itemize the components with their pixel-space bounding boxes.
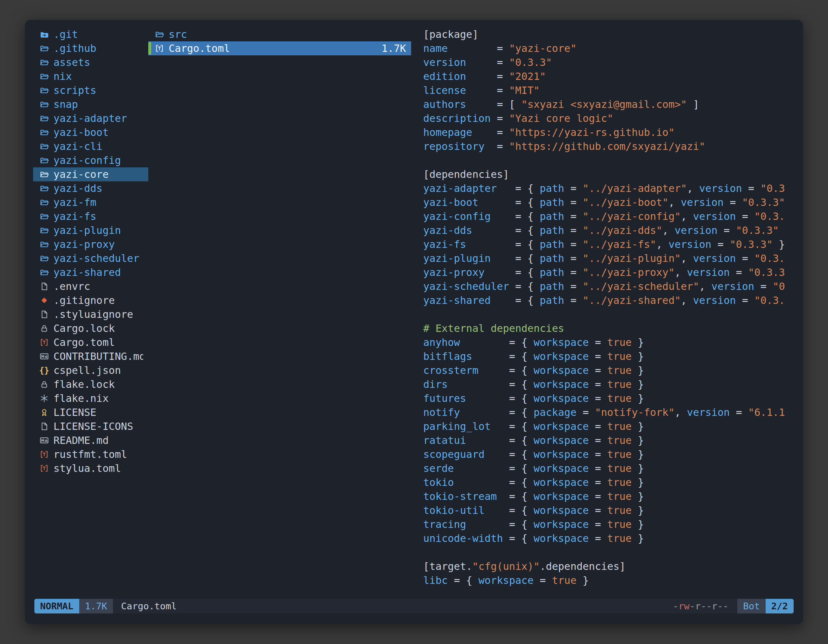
parent-dir-entry[interactable]: .git <box>33 27 148 41</box>
parent-dir-entry[interactable]: yazi-proxy <box>33 237 148 251</box>
parent-dir-entry[interactable]: .envrc <box>33 279 148 293</box>
preview-token: path <box>540 210 564 223</box>
parent-dir-entry[interactable]: rustfmt.toml <box>33 447 148 461</box>
preview-token: workspace <box>534 476 589 489</box>
preview-line <box>423 545 795 559</box>
folder-open-icon <box>39 86 50 95</box>
entry-name: nix <box>53 71 72 82</box>
preview-line: tokio-util = { workspace = true } <box>423 503 795 517</box>
parent-dir-entry[interactable]: Cargo.toml <box>33 335 148 349</box>
preview-token: parking_lot <box>423 420 491 432</box>
parent-dir-entry[interactable]: .github <box>33 41 148 55</box>
parent-dir-entry[interactable]: yazi-plugin <box>33 223 148 237</box>
preview-token: = { <box>497 182 540 194</box>
parent-dir-entry[interactable]: yazi-scheduler <box>33 251 148 265</box>
parent-dir-entry[interactable]: nix <box>33 69 148 83</box>
preview-token: workspace <box>534 336 589 348</box>
parent-dir-entry[interactable]: yazi-shared <box>33 265 148 279</box>
preview-line: [target."cfg(unix)".dependencies] <box>423 559 795 573</box>
parent-dir-entry[interactable]: stylua.toml <box>33 461 148 475</box>
parent-dir-entry[interactable]: CONTRIBUTING.md <box>33 349 148 364</box>
parent-dir-entry[interactable]: scripts <box>33 83 148 97</box>
preview-token: = <box>466 84 509 96</box>
parent-dir-entry[interactable]: assets <box>33 55 148 69</box>
preview-token: = { <box>454 476 533 489</box>
preview-token: yazi-config <box>423 210 491 223</box>
preview-token: } <box>632 350 644 362</box>
parent-dir-entry[interactable]: Cargo.lock <box>33 321 148 335</box>
preview-token: "yazi-core" <box>509 42 577 55</box>
preview-line: homepage = "https://yazi-rs.github.io" <box>423 125 795 139</box>
preview-token: = { <box>448 378 534 390</box>
folder-open-icon <box>39 114 50 123</box>
preview-token: name <box>423 42 448 55</box>
desktop-background: .git.githubassetsnixscriptssnapyazi-adap… <box>0 0 828 644</box>
preview-token: = <box>589 518 607 530</box>
parent-dir-entry[interactable]: flake.lock <box>33 378 148 391</box>
scroll-position-badge: Bot <box>737 599 765 613</box>
folder-open-icon <box>39 226 50 235</box>
parent-dir-entry[interactable]: .gitignore <box>33 293 148 307</box>
preview-token: = { <box>478 196 540 208</box>
parent-dir-entry[interactable]: LICENSE-ICONS <box>33 419 148 433</box>
preview-line: version = "0.3.3" <box>423 55 795 69</box>
parent-dir-entry[interactable]: yazi-adapter <box>33 111 148 125</box>
preview-token: path <box>540 238 564 251</box>
current-dir-entry[interactable]: src <box>148 27 411 41</box>
preview-token: } <box>577 574 589 586</box>
preview-token: } <box>632 462 644 475</box>
parent-dir-entry[interactable]: yazi-fm <box>33 195 148 209</box>
parent-dir-entry[interactable]: snap <box>33 97 148 111</box>
entry-name: LICENSE <box>53 406 96 418</box>
preview-token: libc <box>423 574 448 586</box>
preview-line: ratatui = { workspace = true } <box>423 433 795 447</box>
entry-name: yazi-shared <box>53 266 121 278</box>
preview-token: true <box>607 532 632 544</box>
preview-token: "0.3.3 <box>748 266 785 278</box>
parent-dir-entry[interactable]: flake.nix <box>33 391 148 405</box>
preview-token: = <box>448 42 509 55</box>
entry-name: yazi-boot <box>53 126 108 138</box>
preview-line: authors = [ "sxyazi <sxyazi@gmail.com>" … <box>423 97 795 111</box>
parent-dir-entry[interactable]: yazi-config <box>33 154 148 168</box>
parent-dir-entry[interactable]: .styluaignore <box>33 307 148 321</box>
git-icon <box>39 296 50 305</box>
preview-token: yazi-plugin <box>423 252 491 265</box>
markdown-icon <box>39 436 50 445</box>
preview-token: version <box>687 266 730 278</box>
file-manager-panes: .git.githubassetsnixscriptssnapyazi-adap… <box>33 27 795 591</box>
preview-token: , <box>674 266 687 278</box>
parent-dir-entry[interactable]: yazi-dds <box>33 181 148 195</box>
file-size-badge: 1.7K <box>79 599 113 613</box>
toml-icon <box>39 338 50 347</box>
parent-dir-entry[interactable]: yazi-core <box>33 168 148 181</box>
preview-line: yazi-plugin = { path = "../yazi-plugin",… <box>423 251 795 265</box>
preview-token: = <box>589 476 607 489</box>
parent-dir-entry[interactable]: yazi-cli <box>33 139 148 154</box>
preview-token: = <box>485 140 509 152</box>
preview-token: true <box>607 434 632 447</box>
preview-token: unicode-width <box>423 532 503 544</box>
preview-token: = <box>472 126 509 138</box>
folder-open-icon <box>39 169 50 179</box>
preview-token: yazi-boot <box>423 196 478 208</box>
preview-token: = <box>564 210 583 223</box>
preview-token: "0.3. <box>754 252 785 265</box>
git-folder-icon <box>39 30 50 39</box>
preview-token: "../yazi-fs" <box>583 238 656 251</box>
preview-token: license <box>423 84 466 96</box>
preview-token: = <box>589 532 607 544</box>
entry-name: .styluaignore <box>53 308 133 320</box>
preview-token: version <box>687 406 730 418</box>
parent-dir-entry[interactable]: yazi-fs <box>33 209 148 223</box>
parent-dir-entry[interactable]: README.md <box>33 433 148 447</box>
current-dir-entry[interactable]: Cargo.toml1.7K <box>148 41 411 55</box>
preview-token: tokio-util <box>423 504 485 516</box>
folder-open-icon <box>39 142 50 151</box>
preview-token: = <box>564 294 583 306</box>
parent-dir-entry[interactable]: LICENSE <box>33 405 148 419</box>
preview-token: workspace <box>534 378 589 390</box>
parent-dir-entry[interactable]: yazi-boot <box>33 125 148 139</box>
preview-token: true <box>607 476 632 489</box>
parent-dir-entry[interactable]: {}cspell.json <box>33 364 148 378</box>
